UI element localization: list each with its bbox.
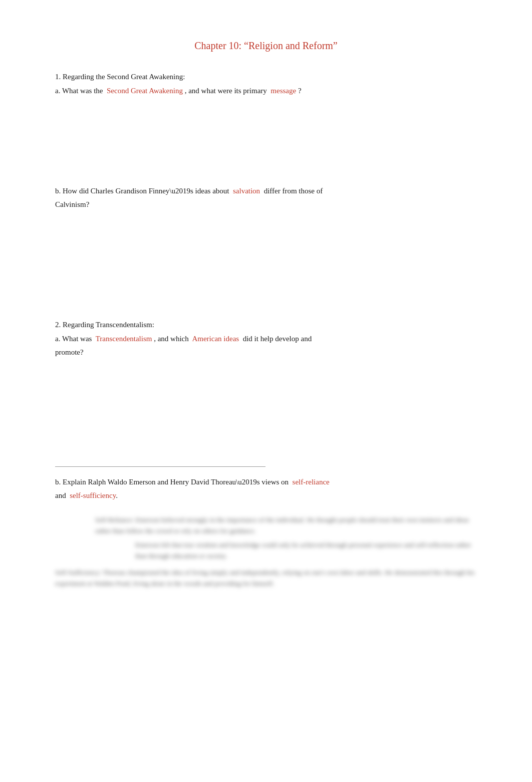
q2a-highlight1: Transcendentalism bbox=[96, 335, 152, 343]
question-2b-text: b. Explain Ralph Waldo Emerson and Henry… bbox=[55, 476, 477, 489]
q1a-suffix: ? bbox=[296, 87, 301, 95]
question-2a-text: a. What was Transcendentalism , and whic… bbox=[55, 333, 477, 346]
answer-area-2b: Self-Reliance: Emerson believed strongly… bbox=[55, 509, 477, 598]
q2a-highlight2: American ideas bbox=[192, 335, 239, 343]
section-1: 1. Regarding the Second Great Awakening:… bbox=[55, 71, 477, 314]
question-2b-line2: and self-sufficiency. bbox=[55, 489, 477, 502]
q1a-middle: , and what were its primary bbox=[183, 87, 271, 95]
question-2a-promote: promote? bbox=[55, 346, 477, 359]
page-title: Chapter 10: “Religion and Reform” bbox=[55, 40, 477, 52]
q1b-highlight1: salvation bbox=[233, 187, 260, 195]
question-1b-text: b. How did Charles Grandison Finney\u201… bbox=[55, 185, 477, 198]
q2b-and: and bbox=[55, 491, 70, 499]
q1a-highlight2: message bbox=[271, 87, 296, 95]
section-divider bbox=[55, 466, 265, 467]
q2b-period: . bbox=[116, 491, 118, 499]
answer-space-1a bbox=[55, 100, 477, 180]
answer-space-2a bbox=[55, 361, 477, 461]
blurred-text-2: Emerson felt that true wisdom and knowle… bbox=[135, 540, 477, 562]
question-2b: b. Explain Ralph Waldo Emerson and Henry… bbox=[55, 476, 477, 502]
q1a-prefix: a. What was the bbox=[55, 87, 107, 95]
question-1a: a. What was the Second Great Awakening ,… bbox=[55, 85, 477, 98]
q2b-highlight1: self-reliance bbox=[293, 478, 330, 486]
question-2a: a. What was Transcendentalism , and whic… bbox=[55, 333, 477, 359]
section-2-heading: 2. Regarding Transcendentalism: bbox=[55, 319, 477, 331]
q2b-prefix: b. Explain Ralph Waldo Emerson and Henry… bbox=[55, 478, 293, 486]
blurred-text-1: Self-Reliance: Emerson believed strongly… bbox=[95, 514, 477, 537]
answer-space-1b bbox=[55, 213, 477, 314]
question-1b-suffix: Calvinism? bbox=[55, 198, 477, 211]
q2a-suffix: did it help develop and bbox=[239, 335, 312, 343]
question-1b: b. How did Charles Grandison Finney\u201… bbox=[55, 185, 477, 211]
q2a-middle: , and which bbox=[152, 335, 192, 343]
q2b-highlight2: self-sufficiency bbox=[70, 491, 116, 499]
section-1-heading: 1. Regarding the Second Great Awakening: bbox=[55, 71, 477, 83]
blurred-text-3: Self-Sufficiency: Thoreau championed the… bbox=[55, 567, 477, 590]
q2a-prefix: a. What was bbox=[55, 335, 96, 343]
q1b-middle: differ from those of bbox=[260, 187, 323, 195]
q1a-highlight1: Second Great Awakening bbox=[107, 87, 183, 95]
question-1a-text: a. What was the Second Great Awakening ,… bbox=[55, 85, 477, 98]
q1b-prefix: b. How did Charles Grandison Finney\u201… bbox=[55, 187, 233, 195]
section-2: 2. Regarding Transcendentalism: a. What … bbox=[55, 319, 477, 598]
